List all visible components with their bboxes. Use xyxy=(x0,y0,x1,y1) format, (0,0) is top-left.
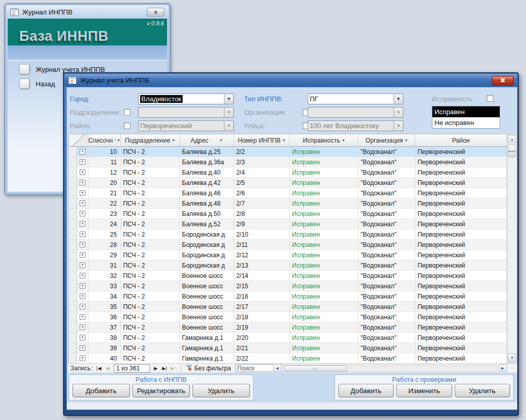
scroll-left-icon[interactable]: ◀ xyxy=(273,364,281,372)
table-cell[interactable]: ПСЧ - 2 xyxy=(121,157,180,167)
table-cell[interactable]: Исправен xyxy=(290,209,359,219)
table-cell[interactable]: Баляева д.52 xyxy=(180,219,234,229)
table-cell[interactable]: Баляева д.50 xyxy=(180,209,234,219)
expand-plus-icon[interactable]: + xyxy=(80,190,85,196)
table-cell[interactable]: Военное шосс xyxy=(180,312,234,322)
row-selector[interactable] xyxy=(69,291,77,302)
table-cell[interactable]: "Водоканал" xyxy=(358,260,415,271)
table-cell[interactable]: ПСЧ - 2 xyxy=(121,219,180,229)
table-cell[interactable]: "Водоканал" xyxy=(358,322,415,333)
table-cell[interactable]: 2/20 xyxy=(234,333,290,343)
table-cell[interactable]: Исправен xyxy=(290,198,359,209)
last-record-button[interactable]: ▶| xyxy=(160,364,169,372)
table-cell[interactable]: Исправен xyxy=(290,302,359,312)
table-cell[interactable]: 2/2 xyxy=(234,147,290,157)
status-checkbox[interactable] xyxy=(487,95,493,102)
table-cell[interactable]: "Водоканал" xyxy=(358,291,415,302)
table-cell[interactable]: Первореченский xyxy=(415,343,507,353)
table-row[interactable]: +24ПСЧ - 2Баляева д.522/9Исправен"Водока… xyxy=(69,219,507,229)
table-cell[interactable]: ПСЧ - 2 xyxy=(121,322,180,333)
table-cell[interactable]: "Водоканал" xyxy=(358,188,415,198)
expand-plus-icon[interactable]: + xyxy=(80,252,85,258)
table-cell[interactable]: ПСЧ - 2 xyxy=(121,271,180,281)
subdivision-checkbox[interactable] xyxy=(124,109,130,116)
table-cell[interactable]: ПСЧ - 2 xyxy=(121,240,180,250)
row-selector[interactable] xyxy=(69,322,77,333)
table-row[interactable]: +25ПСЧ - 2Бородинская д2/10Исправен"Водо… xyxy=(69,229,507,240)
table-cell[interactable]: Военное шосс xyxy=(180,302,234,312)
table-row[interactable]: +37ПСЧ - 2Военное шосс2/19Исправен"Водок… xyxy=(69,322,507,333)
row-selector[interactable] xyxy=(69,209,77,219)
table-cell[interactable]: Исправен xyxy=(290,147,359,157)
table-cell[interactable]: ПСЧ - 2 xyxy=(121,229,180,240)
table-row[interactable]: +36ПСЧ - 2Военное шосс2/18Исправен"Водок… xyxy=(69,312,507,322)
row-selector[interactable] xyxy=(69,178,77,188)
row-selector[interactable] xyxy=(69,147,77,157)
table-cell[interactable]: 2/17 xyxy=(234,302,290,312)
table-cell[interactable]: ПСЧ - 2 xyxy=(121,302,180,312)
table-cell[interactable]: Первореченский xyxy=(415,219,507,229)
table-cell[interactable]: 2/18 xyxy=(234,312,290,322)
table-cell[interactable]: 32 xyxy=(88,271,121,281)
row-selector[interactable] xyxy=(69,343,77,353)
table-cell[interactable]: 11 xyxy=(88,157,121,167)
table-cell[interactable]: "Водоканал" xyxy=(358,333,415,343)
table-cell[interactable]: ПСЧ - 2 xyxy=(121,147,180,157)
table-cell[interactable]: Исправен xyxy=(290,353,359,364)
chevron-down-icon[interactable]: ▼ xyxy=(224,94,233,104)
table-cell[interactable]: 33 xyxy=(88,281,121,291)
table-cell[interactable]: Первореченский xyxy=(415,167,507,178)
type-combo[interactable]: ПГ ▼ xyxy=(308,94,403,104)
row-selector[interactable] xyxy=(69,198,77,209)
table-cell[interactable]: ПСЧ - 2 xyxy=(121,260,180,271)
district-checkbox[interactable] xyxy=(124,122,130,129)
table-cell[interactable]: Исправен xyxy=(290,271,359,281)
table-cell[interactable]: 2/3 xyxy=(234,157,290,167)
table-cell[interactable]: "Водоканал" xyxy=(358,271,415,281)
table-cell[interactable]: 29 xyxy=(88,250,121,260)
table-cell[interactable]: 2/21 xyxy=(234,343,290,353)
close-icon[interactable]: x xyxy=(147,8,164,17)
table-cell[interactable]: "Водоканал" xyxy=(358,209,415,219)
expand-plus-icon[interactable]: + xyxy=(80,345,85,351)
table-cell[interactable]: Исправен xyxy=(290,178,359,188)
table-cell[interactable]: Исправен xyxy=(290,291,359,302)
table-cell[interactable]: Первореченский xyxy=(415,157,507,167)
table-cell[interactable]: ПСЧ - 2 xyxy=(121,281,180,291)
add-inppv-button[interactable]: Добавить xyxy=(72,384,130,397)
edit-check-button[interactable]: Изменить xyxy=(396,384,452,397)
table-cell[interactable]: Бородинская д xyxy=(180,229,234,240)
row-selector[interactable] xyxy=(69,302,77,312)
table-cell[interactable]: Первореченский xyxy=(415,209,507,219)
column-header[interactable]: Номер ИНППВ ▼ xyxy=(234,134,290,147)
table-cell[interactable]: 34 xyxy=(88,291,121,302)
table-cell[interactable]: "Водоканал" xyxy=(358,343,415,353)
select-all-cell[interactable] xyxy=(69,134,88,147)
table-cell[interactable]: 40 xyxy=(88,353,121,364)
table-row[interactable]: +20ПСЧ - 2Баляева д.422/5Исправен"Водока… xyxy=(69,178,507,188)
table-cell[interactable]: 31 xyxy=(88,260,121,271)
column-header[interactable]: Списочн ↑ ▼ xyxy=(88,134,121,147)
table-cell[interactable]: Первореченский xyxy=(415,302,507,312)
table-cell[interactable]: Первореченский xyxy=(415,322,507,333)
table-row[interactable]: +10ПСЧ - 2Баляева д.252/2Исправен"Водока… xyxy=(69,147,507,157)
row-selector[interactable] xyxy=(69,188,77,198)
table-cell[interactable]: "Водоканал" xyxy=(358,198,415,209)
table-cell[interactable]: Военное шосс xyxy=(180,271,234,281)
launcher-item-back[interactable]: Назад xyxy=(19,79,55,89)
table-cell[interactable]: 38 xyxy=(88,333,121,343)
table-cell[interactable]: 36 xyxy=(88,312,121,322)
table-cell[interactable]: Военное шосс xyxy=(180,281,234,291)
row-selector[interactable] xyxy=(69,219,77,229)
table-cell[interactable]: "Водоканал" xyxy=(358,147,415,157)
table-cell[interactable]: Первореченский xyxy=(415,188,507,198)
table-cell[interactable]: 39 xyxy=(88,343,121,353)
first-record-button[interactable]: |◀ xyxy=(95,364,103,372)
table-cell[interactable]: "Водоканал" xyxy=(358,250,415,260)
table-cell[interactable]: Баляева д.42 xyxy=(180,178,234,188)
square-button-icon[interactable] xyxy=(19,79,29,89)
expand-plus-icon[interactable]: + xyxy=(80,221,85,227)
table-cell[interactable]: ПСЧ - 2 xyxy=(121,167,180,178)
table-cell[interactable]: ПСЧ - 2 xyxy=(121,353,180,364)
table-cell[interactable]: Первореченский xyxy=(415,240,507,250)
